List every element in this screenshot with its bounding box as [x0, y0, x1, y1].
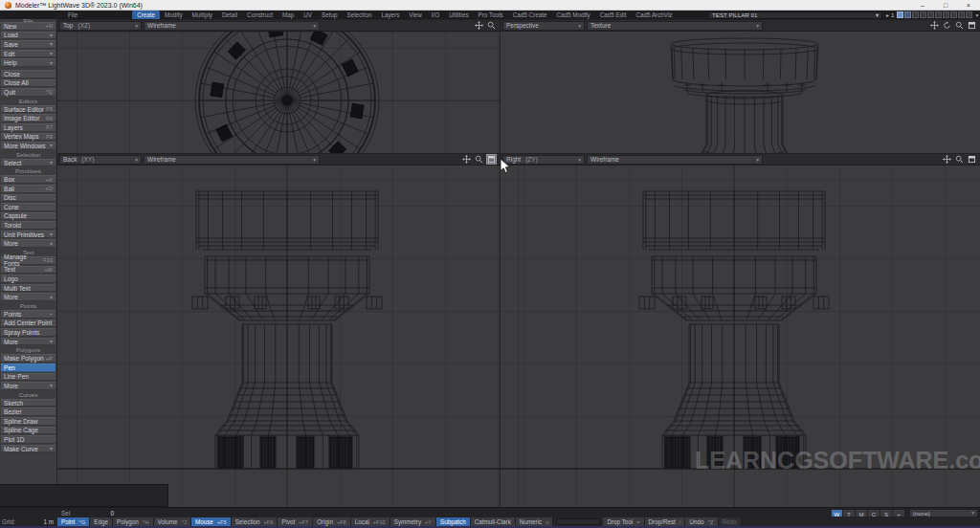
status-button-selection[interactable]: Selection+F6: [232, 517, 278, 526]
menu-tab-construct[interactable]: Construct: [242, 11, 278, 19]
object-selector-dropdown[interactable]: TEST PILLAR 01 ▾: [708, 11, 882, 19]
menu-tab-file[interactable]: File: [63, 11, 82, 19]
viewport-type-dropdown-top[interactable]: Top (XZ) ▾: [59, 21, 142, 31]
sidebar-item-quit[interactable]: Quit^Q: [1, 88, 56, 97]
sidebar-item-close-all[interactable]: Close All: [1, 79, 56, 88]
layer-cell-10[interactable]: [966, 11, 972, 18]
menu-tab-view[interactable]: View: [404, 11, 427, 19]
status-button-catmull-clark[interactable]: Catmull-Clark: [471, 517, 516, 526]
sidebar-item-points[interactable]: Points+: [1, 310, 56, 319]
menu-tab-i-o[interactable]: I/O: [427, 11, 444, 19]
menu-tab-selection[interactable]: Selection: [343, 11, 377, 19]
pan-icon[interactable]: [943, 155, 951, 164]
status-button-drop-tool[interactable]: Drop Tool=: [603, 517, 644, 526]
status-button-drop-rest[interactable]: Drop/Rest/: [645, 517, 686, 526]
expand-icon[interactable]: [968, 155, 976, 164]
zoom-icon[interactable]: [487, 21, 496, 30]
menu-tab-modify[interactable]: Modify: [160, 11, 188, 19]
viewport-mode-dropdown-perspective[interactable]: Texture ▾: [587, 21, 763, 31]
menu-tab-cad5-archviz[interactable]: Cad5 ArchViz: [631, 11, 677, 19]
sidebar-item-sketch[interactable]: Sketch: [1, 399, 56, 407]
status-button-symmetry[interactable]: Symmetry+Y: [390, 517, 436, 526]
menu-tab-utilities[interactable]: Utilities: [444, 11, 473, 19]
sidebar-item-more-windows[interactable]: More Windows▾: [1, 142, 56, 150]
sidebar-item-logo[interactable]: Logo: [1, 275, 56, 283]
rotate-icon[interactable]: [943, 21, 951, 30]
status-button-numeric[interactable]: Numericn: [516, 517, 554, 526]
menu-tab-detail[interactable]: Detail: [217, 11, 242, 19]
viewport-type-dropdown-perspective[interactable]: Perspective ▾: [502, 21, 585, 31]
menu-tab-cad5-create[interactable]: Cad5 Create: [508, 11, 552, 19]
viewport-mode-dropdown-right[interactable]: Wireframe ▾: [587, 155, 763, 165]
sidebar-item-line-pen[interactable]: Line Pen: [1, 373, 56, 382]
status-button-origin[interactable]: Origin+F8: [313, 517, 351, 526]
status-button-subpatch[interactable]: Subpatch: [436, 517, 471, 526]
view-mode-button-add[interactable]: +: [893, 509, 905, 517]
sidebar-item-box[interactable]: Box+X: [1, 175, 56, 184]
layer-cell-3[interactable]: [912, 11, 919, 18]
viewport-mode-dropdown-back[interactable]: Wireframe ▾: [144, 155, 320, 165]
status-button-point[interactable]: Point^G: [57, 517, 90, 526]
pan-icon[interactable]: [475, 21, 483, 30]
sidebar-item-manage-fonts[interactable]: Manage FontsF10: [1, 256, 56, 265]
zoom-icon[interactable]: [955, 21, 964, 30]
sidebar-item-plot-1d[interactable]: Plot 1D: [1, 435, 56, 444]
menu-tab-layers[interactable]: Layers: [376, 11, 404, 19]
zoom-icon[interactable]: [475, 155, 483, 164]
sidebar-item-unit-primitives[interactable]: Unit Primitives▾: [1, 231, 56, 239]
viewport-back[interactable]: [57, 165, 500, 507]
sidebar-item-surface-editor[interactable]: Surface EditorF5: [1, 105, 56, 114]
sidebar-item-disc[interactable]: Disc: [1, 194, 56, 203]
menu-tab-create[interactable]: Create: [132, 11, 160, 19]
viewport-top[interactable]: [57, 32, 500, 153]
expand-icon[interactable]: [487, 155, 496, 164]
sidebar-item-more[interactable]: More▾: [1, 382, 56, 390]
pan-icon[interactable]: [930, 21, 939, 30]
pan-icon[interactable]: [462, 155, 471, 164]
sidebar-item-pen[interactable]: Pen: [1, 363, 56, 372]
menu-tab-cad5-edit[interactable]: Cad5 Edit: [595, 11, 632, 19]
sidebar-item-more[interactable]: More▾: [1, 338, 56, 346]
sidebar-item-edit[interactable]: Edit▾: [1, 50, 56, 58]
layer-nav-arrow-icon[interactable]: ▸: [886, 11, 889, 18]
sidebar-item-cone[interactable]: Cone: [1, 203, 56, 211]
status-button-edge[interactable]: Edge: [90, 517, 113, 526]
sidebar-item-spline-draw[interactable]: Spline Draw: [1, 417, 56, 426]
sidebar-item-multi-text[interactable]: Multi Text: [1, 284, 56, 293]
status-button-pivot[interactable]: Pivot+F7: [278, 517, 313, 526]
sidebar-item-spline-cage[interactable]: Spline Cage: [1, 427, 56, 435]
sidebar-item-spray-points[interactable]: Spray Points: [1, 328, 56, 337]
sidebar-item-more[interactable]: More▾: [1, 239, 56, 248]
preset-dropdown[interactable]: (none) ▾: [909, 509, 978, 517]
menu-tab-map[interactable]: Map: [278, 11, 299, 19]
maximize-icon[interactable]: □: [934, 0, 957, 10]
status-button-polygon[interactable]: Polygon^H: [113, 517, 153, 526]
layer-cell-9[interactable]: [958, 11, 965, 18]
sidebar-item-new[interactable]: New+N: [1, 22, 56, 31]
viewport-type-dropdown-back[interactable]: Back (XY) ▾: [59, 155, 142, 165]
sidebar-item-capsule[interactable]: Capsule: [1, 212, 56, 221]
sidebar-item-vertex-maps[interactable]: Vertex MapsF8: [1, 133, 56, 142]
close-icon[interactable]: ×: [957, 0, 980, 10]
view-mode-button-m[interactable]: M: [856, 509, 868, 517]
viewport-right[interactable]: [501, 165, 980, 507]
layer-cell-7[interactable]: [943, 11, 949, 18]
layer-bank-chevron-icon[interactable]: ▾: [975, 12, 978, 18]
menu-tab-pro-tools[interactable]: Pro Tools: [474, 11, 508, 19]
status-button-redo[interactable]: Redo: [719, 517, 742, 526]
sidebar-item-load[interactable]: Load▾: [1, 32, 56, 40]
layer-cell-2[interactable]: [904, 11, 911, 18]
expand-icon[interactable]: [968, 21, 976, 30]
status-button-undo[interactable]: Undo^Z: [685, 517, 718, 526]
layer-cell-5[interactable]: [927, 11, 934, 18]
sidebar-item-layers[interactable]: LayersF7: [1, 123, 56, 132]
sidebar-item-help[interactable]: Help▾: [1, 58, 56, 67]
sidebar-item-select[interactable]: Select▾: [1, 159, 56, 167]
layer-cell-6[interactable]: [935, 11, 942, 18]
zoom-icon[interactable]: [955, 155, 964, 164]
viewport-perspective[interactable]: [501, 32, 980, 153]
layer-cell-8[interactable]: [950, 11, 957, 18]
view-mode-button-w[interactable]: W: [831, 509, 843, 517]
sidebar-item-make-curve[interactable]: Make Curve▾: [1, 445, 56, 453]
sidebar-item-bezier[interactable]: Bezier: [1, 407, 56, 416]
